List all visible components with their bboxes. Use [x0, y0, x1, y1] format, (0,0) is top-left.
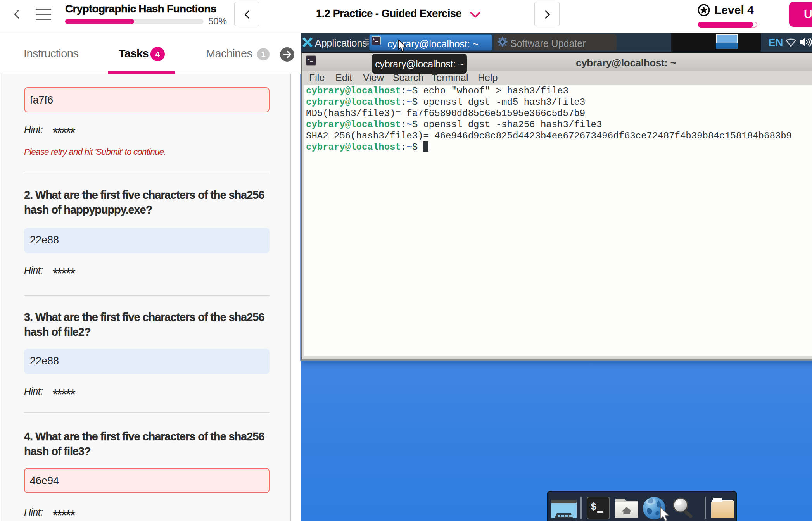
svg-text:$: $: [591, 501, 597, 513]
